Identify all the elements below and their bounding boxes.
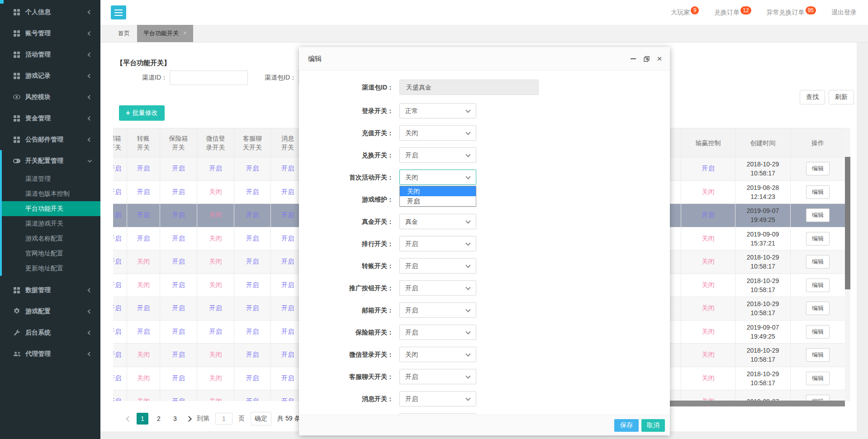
select-value: 开启: [405, 329, 418, 336]
edit-button[interactable]: 编辑: [806, 325, 830, 339]
sidebar-subitem[interactable]: 平台功能开关: [2, 201, 100, 216]
sidebar-item[interactable]: 游戏配置: [0, 301, 100, 322]
sidebar-item[interactable]: 代理管理: [0, 343, 100, 364]
field-select[interactable]: 真金: [399, 214, 476, 229]
edit-button[interactable]: 编辑: [806, 348, 830, 362]
field-select[interactable]: 开启: [399, 258, 476, 274]
chevron-down-icon: [465, 218, 470, 223]
field-select[interactable]: 开启: [399, 302, 476, 318]
created-time: 15:37:21: [735, 239, 790, 248]
edit-button[interactable]: 编辑: [806, 255, 830, 269]
status-text: 关闭: [209, 235, 222, 242]
field-select[interactable]: 开启: [399, 325, 476, 340]
field-select[interactable]: 关闭: [399, 125, 476, 141]
topbar-link[interactable]: 兑换订单12: [714, 9, 751, 17]
sidebar-subitem[interactable]: 游戏名称配置: [2, 231, 100, 246]
status-text: 开启: [113, 211, 121, 218]
cancel-button[interactable]: 取消: [641, 419, 665, 432]
tab[interactable]: 平台功能开关: [137, 24, 193, 42]
sidebar-item[interactable]: 账号管理: [0, 23, 100, 44]
page-number[interactable]: 2: [153, 413, 165, 425]
search-button[interactable]: 查找: [800, 90, 825, 104]
sidebar-group-header[interactable]: 开关配置管理: [2, 150, 100, 171]
edit-button[interactable]: 编辑: [806, 185, 830, 199]
edit-button[interactable]: 编辑: [806, 162, 830, 175]
edit-button[interactable]: 编辑: [806, 372, 830, 385]
close-icon[interactable]: [656, 56, 663, 62]
sidebar-item[interactable]: 活动管理: [0, 44, 100, 65]
vertical-scrollbar-thumb[interactable]: [845, 157, 850, 289]
field-select[interactable]: 开启: [399, 369, 476, 384]
modal-footer: 保存 取消: [299, 415, 670, 435]
sidebar-item[interactable]: 风控模块: [0, 86, 100, 108]
restore-icon[interactable]: [643, 56, 650, 62]
confirm-page-button[interactable]: 确定: [251, 412, 271, 425]
channel-id-input[interactable]: [170, 71, 248, 85]
status-text: 关闭: [702, 258, 715, 265]
field-select[interactable]: 开启: [399, 280, 476, 296]
status-text: 关闭: [209, 351, 222, 358]
topbar-link[interactable]: 大玩家9: [671, 9, 699, 17]
refresh-button[interactable]: 刷新: [829, 90, 854, 104]
modal-controls: [630, 47, 663, 71]
switch-cell: 开启: [113, 390, 127, 401]
field-select[interactable]: 关闭: [399, 347, 476, 362]
next-page-button[interactable]: [186, 416, 192, 422]
page-number[interactable]: 3: [169, 413, 181, 425]
sidebar-subitem[interactable]: 渠道管理: [2, 171, 100, 186]
sidebar-item[interactable]: 资金管理: [0, 108, 100, 129]
batch-edit-button[interactable]: 批量修改: [119, 105, 165, 121]
chevron-down-icon: [465, 130, 470, 135]
sidebar-item[interactable]: 公告邮件管理: [0, 129, 100, 150]
edit-button[interactable]: 编辑: [806, 395, 830, 401]
field-select[interactable]: 开启: [399, 391, 476, 406]
sidebar-item[interactable]: 数据管理: [0, 279, 100, 301]
chevron-left-icon: [88, 74, 92, 78]
created-at: 2018-10-2910:58:17: [735, 250, 791, 274]
tab-label: 首页: [118, 30, 130, 37]
dropdown-option[interactable]: 开启: [400, 196, 476, 206]
prev-page-button[interactable]: [126, 416, 132, 422]
sidebar-subitem[interactable]: 更新地址配置: [2, 261, 100, 276]
edit-button[interactable]: 编辑: [806, 208, 830, 222]
sidebar-item[interactable]: 个人信息: [0, 1, 100, 23]
dropdown-option[interactable]: 关闭: [400, 186, 476, 196]
topbar-link[interactable]: 异常兑换订单95: [767, 9, 816, 17]
edit-button[interactable]: 编辑: [806, 302, 830, 315]
sidebar-subitem[interactable]: 渠道游戏开关: [2, 216, 100, 231]
sidebar-subitem[interactable]: 渠道包版本控制: [2, 186, 100, 201]
created-at: 2019-09-07: [735, 390, 791, 401]
save-button[interactable]: 保存: [614, 419, 639, 432]
win-control-cell: 关闭: [681, 297, 735, 321]
goto-page-input[interactable]: [215, 413, 232, 425]
minimize-icon[interactable]: [630, 56, 636, 62]
field-select[interactable]: 开启: [399, 147, 476, 163]
modal-field-row: 转账开关：开启: [299, 258, 670, 274]
sidebar-subitem[interactable]: 官网地址配置: [2, 246, 100, 261]
sidebar-item[interactable]: 游戏记录: [0, 65, 100, 86]
chevron-left-icon: [88, 52, 92, 57]
tab[interactable]: 首页: [111, 24, 137, 42]
field-select[interactable]: 关闭: [399, 170, 476, 185]
sidebar-item[interactable]: 后台系统: [0, 322, 100, 343]
win-control-cell: 开启: [681, 157, 735, 181]
notification-badge: 95: [806, 6, 816, 14]
horizontal-scrollbar-thumb[interactable]: [660, 401, 845, 406]
tab-close-icon[interactable]: [183, 29, 187, 37]
topbar-link[interactable]: 退出登录: [831, 9, 857, 17]
page-number[interactable]: 1: [137, 413, 148, 425]
notification-badge: 12: [740, 6, 751, 14]
action-cell: 编辑: [791, 390, 845, 401]
switch-cell: 开启: [234, 297, 271, 321]
chevron-down-icon: [465, 396, 470, 401]
sidebar-nav-top: 个人信息账号管理活动管理游戏记录风控模块资金管理公告邮件管理: [0, 0, 100, 150]
field-select[interactable]: 正常: [399, 103, 476, 118]
edit-button[interactable]: 编辑: [806, 232, 830, 245]
status-text: 关闭: [137, 397, 150, 401]
switch-cell: 关闭: [197, 250, 234, 274]
hamburger-menu-button[interactable]: [111, 5, 126, 19]
status-text: 开启: [172, 281, 185, 288]
field-select[interactable]: 开启: [399, 236, 476, 251]
edit-button[interactable]: 编辑: [806, 279, 830, 292]
status-text: 开启: [172, 211, 185, 218]
